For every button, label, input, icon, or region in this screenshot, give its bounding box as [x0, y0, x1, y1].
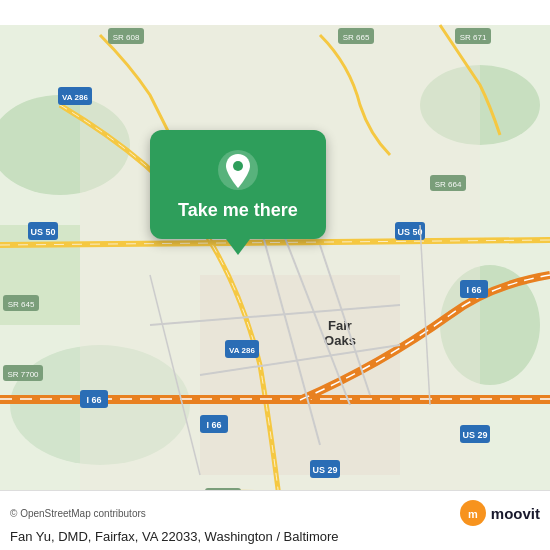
- svg-text:SR 671: SR 671: [460, 33, 487, 42]
- svg-point-56: [233, 161, 243, 171]
- svg-text:I 66: I 66: [466, 285, 481, 295]
- map-container: US 50 VA 286 VA 286 VA 286 US 50 SR 608 …: [0, 0, 550, 550]
- svg-text:SR 645: SR 645: [8, 300, 35, 309]
- svg-text:SR 665: SR 665: [343, 33, 370, 42]
- take-me-there-popup[interactable]: Take me there: [150, 130, 326, 255]
- svg-text:m: m: [468, 508, 478, 520]
- footer: © OpenStreetMap contributors m moovit Fa…: [0, 490, 550, 550]
- popup-label: Take me there: [178, 200, 298, 221]
- svg-text:US 29: US 29: [312, 465, 337, 475]
- svg-text:VA 286: VA 286: [62, 93, 88, 102]
- popup-button[interactable]: Take me there: [150, 130, 326, 239]
- svg-text:SR 608: SR 608: [113, 33, 140, 42]
- map-background: US 50 VA 286 VA 286 VA 286 US 50 SR 608 …: [0, 0, 550, 550]
- svg-text:I 66: I 66: [86, 395, 101, 405]
- moovit-text: moovit: [491, 505, 540, 522]
- moovit-logo: m moovit: [459, 499, 540, 527]
- svg-text:SR 7700: SR 7700: [7, 370, 39, 379]
- footer-top: © OpenStreetMap contributors m moovit: [10, 499, 540, 527]
- footer-address: Fan Yu, DMD, Fairfax, VA 22033, Washingt…: [10, 529, 540, 544]
- location-pin-icon: [216, 148, 260, 192]
- popup-tail: [226, 239, 250, 255]
- moovit-icon: m: [459, 499, 487, 527]
- svg-text:I 66: I 66: [206, 420, 221, 430]
- osm-credit: © OpenStreetMap contributors: [10, 508, 146, 519]
- svg-text:VA 286: VA 286: [229, 346, 255, 355]
- svg-text:US 50: US 50: [30, 227, 55, 237]
- svg-text:SR 664: SR 664: [435, 180, 462, 189]
- svg-text:US 50: US 50: [397, 227, 422, 237]
- svg-text:US 29: US 29: [462, 430, 487, 440]
